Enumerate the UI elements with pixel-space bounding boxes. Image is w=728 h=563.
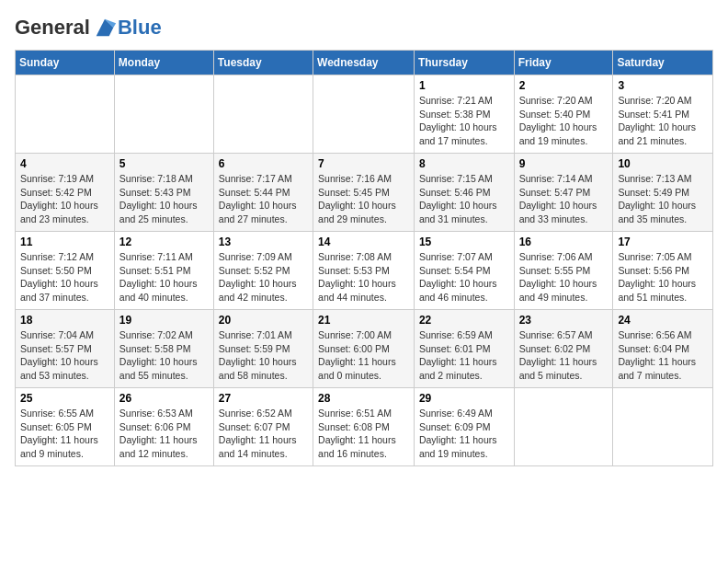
calendar-cell: 2Sunrise: 7:20 AMSunset: 5:40 PMDaylight… <box>514 75 613 154</box>
day-info: Sunrise: 7:04 AMSunset: 5:57 PMDaylight:… <box>20 328 109 383</box>
day-info: Sunrise: 7:20 AMSunset: 5:41 PMDaylight:… <box>618 94 708 148</box>
calendar-cell <box>114 75 213 154</box>
weekday-header-monday: Monday <box>114 51 213 75</box>
day-number: 13 <box>219 236 308 248</box>
day-info: Sunrise: 7:16 AMSunset: 5:45 PMDaylight:… <box>318 172 409 226</box>
calendar-cell: 19Sunrise: 7:02 AMSunset: 5:58 PMDayligh… <box>114 310 213 388</box>
day-info: Sunrise: 7:11 AMSunset: 5:51 PMDaylight:… <box>119 250 209 304</box>
day-number: 10 <box>618 157 708 170</box>
calendar-cell: 27Sunrise: 6:52 AMSunset: 6:07 PMDayligh… <box>213 388 313 466</box>
day-info: Sunrise: 7:12 AMSunset: 5:50 PMDaylight:… <box>20 250 109 304</box>
day-number: 4 <box>20 157 109 170</box>
day-info: Sunrise: 6:49 AMSunset: 6:09 PMDaylight:… <box>419 407 509 461</box>
calendar-cell: 14Sunrise: 7:08 AMSunset: 5:53 PMDayligh… <box>313 232 415 310</box>
day-number: 19 <box>119 314 209 327</box>
day-info: Sunrise: 6:57 AMSunset: 6:02 PMDaylight:… <box>519 328 609 383</box>
calendar-cell: 1Sunrise: 7:21 AMSunset: 5:38 PMDaylight… <box>414 75 514 154</box>
day-number: 17 <box>618 236 708 248</box>
day-info: Sunrise: 7:07 AMSunset: 5:54 PMDaylight:… <box>419 250 509 304</box>
day-info: Sunrise: 7:02 AMSunset: 5:58 PMDaylight:… <box>119 328 209 383</box>
day-info: Sunrise: 6:52 AMSunset: 6:07 PMDaylight:… <box>219 407 308 461</box>
weekday-header-saturday: Saturday <box>613 51 713 75</box>
day-number: 25 <box>20 392 109 405</box>
day-number: 20 <box>219 314 308 327</box>
day-number: 2 <box>519 79 609 92</box>
calendar-cell: 16Sunrise: 7:06 AMSunset: 5:55 PMDayligh… <box>514 232 613 310</box>
calendar-cell: 3Sunrise: 7:20 AMSunset: 5:41 PMDaylight… <box>613 75 713 154</box>
day-number: 16 <box>519 236 609 248</box>
calendar-week-row: 4Sunrise: 7:19 AMSunset: 5:42 PMDaylight… <box>16 154 713 232</box>
day-info: Sunrise: 7:08 AMSunset: 5:53 PMDaylight:… <box>318 250 409 304</box>
weekday-header-wednesday: Wednesday <box>313 51 415 75</box>
calendar-cell <box>613 388 713 466</box>
weekday-header-tuesday: Tuesday <box>213 51 313 75</box>
calendar-cell: 8Sunrise: 7:15 AMSunset: 5:46 PMDaylight… <box>414 154 514 232</box>
calendar-cell: 24Sunrise: 6:56 AMSunset: 6:04 PMDayligh… <box>613 310 713 388</box>
weekday-header-sunday: Sunday <box>16 51 115 75</box>
day-info: Sunrise: 7:00 AMSunset: 6:00 PMDaylight:… <box>318 328 409 383</box>
day-number: 9 <box>519 157 609 170</box>
calendar-cell: 13Sunrise: 7:09 AMSunset: 5:52 PMDayligh… <box>213 232 313 310</box>
calendar-cell: 10Sunrise: 7:13 AMSunset: 5:49 PMDayligh… <box>613 154 713 232</box>
calendar-cell: 25Sunrise: 6:55 AMSunset: 6:05 PMDayligh… <box>16 388 115 466</box>
weekday-header-friday: Friday <box>514 51 613 75</box>
calendar-cell: 9Sunrise: 7:14 AMSunset: 5:47 PMDaylight… <box>514 154 613 232</box>
day-number: 18 <box>20 314 109 327</box>
day-number: 23 <box>519 314 609 327</box>
day-number: 21 <box>318 314 409 327</box>
day-number: 7 <box>318 157 409 170</box>
calendar-cell: 6Sunrise: 7:17 AMSunset: 5:44 PMDaylight… <box>213 154 313 232</box>
page-header: General Blue <box>15 15 713 40</box>
calendar-cell: 4Sunrise: 7:19 AMSunset: 5:42 PMDaylight… <box>16 154 115 232</box>
day-number: 29 <box>419 392 509 405</box>
day-info: Sunrise: 6:59 AMSunset: 6:01 PMDaylight:… <box>419 328 509 383</box>
logo-icon <box>92 15 118 40</box>
day-number: 24 <box>618 314 708 327</box>
day-info: Sunrise: 6:56 AMSunset: 6:04 PMDaylight:… <box>618 328 708 383</box>
day-number: 6 <box>219 157 308 170</box>
day-number: 27 <box>219 392 308 405</box>
day-number: 15 <box>419 236 509 248</box>
day-info: Sunrise: 7:18 AMSunset: 5:43 PMDaylight:… <box>119 172 209 226</box>
calendar-cell: 18Sunrise: 7:04 AMSunset: 5:57 PMDayligh… <box>16 310 115 388</box>
day-info: Sunrise: 7:13 AMSunset: 5:49 PMDaylight:… <box>618 172 708 226</box>
calendar-cell: 20Sunrise: 7:01 AMSunset: 5:59 PMDayligh… <box>213 310 313 388</box>
calendar-cell: 11Sunrise: 7:12 AMSunset: 5:50 PMDayligh… <box>16 232 115 310</box>
weekday-header-row: SundayMondayTuesdayWednesdayThursdayFrid… <box>16 51 713 75</box>
day-number: 22 <box>419 314 509 327</box>
calendar-table: SundayMondayTuesdayWednesdayThursdayFrid… <box>15 50 713 466</box>
day-info: Sunrise: 6:55 AMSunset: 6:05 PMDaylight:… <box>20 407 109 461</box>
logo: General Blue <box>15 15 162 40</box>
day-info: Sunrise: 6:51 AMSunset: 6:08 PMDaylight:… <box>318 407 409 461</box>
calendar-cell: 26Sunrise: 6:53 AMSunset: 6:06 PMDayligh… <box>114 388 213 466</box>
day-info: Sunrise: 7:20 AMSunset: 5:40 PMDaylight:… <box>519 94 609 148</box>
day-info: Sunrise: 7:15 AMSunset: 5:46 PMDaylight:… <box>419 172 509 226</box>
day-info: Sunrise: 7:09 AMSunset: 5:52 PMDaylight:… <box>219 250 308 304</box>
calendar-cell: 12Sunrise: 7:11 AMSunset: 5:51 PMDayligh… <box>114 232 213 310</box>
day-number: 26 <box>119 392 209 405</box>
day-info: Sunrise: 7:14 AMSunset: 5:47 PMDaylight:… <box>519 172 609 226</box>
day-number: 28 <box>318 392 409 405</box>
day-info: Sunrise: 7:17 AMSunset: 5:44 PMDaylight:… <box>219 172 308 226</box>
weekday-header-thursday: Thursday <box>414 51 514 75</box>
calendar-week-row: 11Sunrise: 7:12 AMSunset: 5:50 PMDayligh… <box>16 232 713 310</box>
day-info: Sunrise: 6:53 AMSunset: 6:06 PMDaylight:… <box>119 407 209 461</box>
day-info: Sunrise: 7:06 AMSunset: 5:55 PMDaylight:… <box>519 250 609 304</box>
calendar-cell: 28Sunrise: 6:51 AMSunset: 6:08 PMDayligh… <box>313 388 415 466</box>
day-number: 3 <box>618 79 708 92</box>
calendar-cell: 29Sunrise: 6:49 AMSunset: 6:09 PMDayligh… <box>414 388 514 466</box>
day-number: 5 <box>119 157 209 170</box>
day-info: Sunrise: 7:01 AMSunset: 5:59 PMDaylight:… <box>219 328 308 383</box>
day-info: Sunrise: 7:21 AMSunset: 5:38 PMDaylight:… <box>419 94 509 148</box>
calendar-cell: 17Sunrise: 7:05 AMSunset: 5:56 PMDayligh… <box>613 232 713 310</box>
day-number: 12 <box>119 236 209 248</box>
day-number: 1 <box>419 79 509 92</box>
day-number: 14 <box>318 236 409 248</box>
day-info: Sunrise: 7:05 AMSunset: 5:56 PMDaylight:… <box>618 250 708 304</box>
calendar-cell <box>16 75 115 154</box>
calendar-cell <box>313 75 415 154</box>
calendar-week-row: 1Sunrise: 7:21 AMSunset: 5:38 PMDaylight… <box>16 75 713 154</box>
calendar-cell: 7Sunrise: 7:16 AMSunset: 5:45 PMDaylight… <box>313 154 415 232</box>
calendar-cell: 5Sunrise: 7:18 AMSunset: 5:43 PMDaylight… <box>114 154 213 232</box>
calendar-cell <box>213 75 313 154</box>
